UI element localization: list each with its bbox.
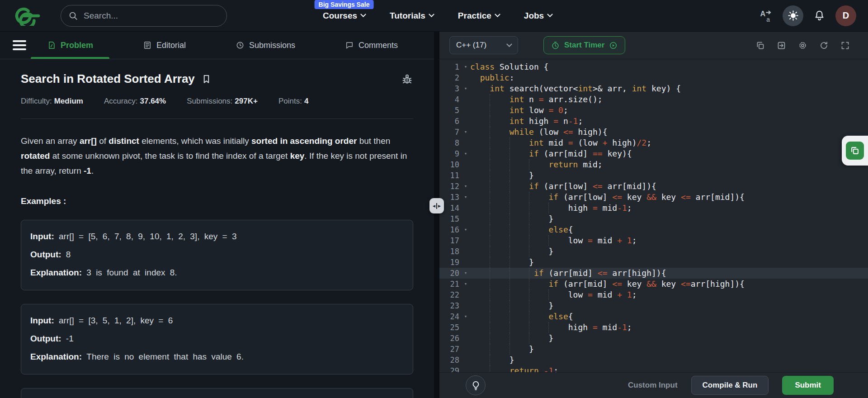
nav-item-jobs[interactable]: Jobs xyxy=(524,0,552,31)
nav-item-tutorials[interactable]: Tutorials xyxy=(390,0,434,31)
indent-guide xyxy=(548,203,549,213)
timer-clock-icon xyxy=(551,41,560,50)
start-timer-button[interactable]: Start Timer xyxy=(543,36,625,54)
splitter-handle-icon[interactable]: ◂▸ xyxy=(429,198,444,213)
fold-arrow-icon[interactable]: ▾ xyxy=(461,83,470,94)
tab-comments[interactable]: Comments xyxy=(345,32,398,59)
code-text: int search(vector<int>& arr, int key) { xyxy=(470,83,868,94)
search-input[interactable] xyxy=(84,11,219,21)
settings-gear-icon[interactable] xyxy=(798,41,807,50)
problem-content[interactable]: Search in Rotated Sorted Array Difficult… xyxy=(0,59,434,398)
report-bug-icon[interactable] xyxy=(401,73,413,85)
line-number: 26 xyxy=(439,333,461,344)
indent-guide xyxy=(529,192,529,203)
indent-guide xyxy=(509,181,510,192)
example-label: Input: xyxy=(30,316,59,325)
indent-guide xyxy=(490,344,490,355)
chevron-down-icon xyxy=(495,11,500,17)
code-text: } xyxy=(470,170,868,181)
fold-arrow-icon[interactable]: ▾ xyxy=(461,279,470,289)
code-line: 27 } xyxy=(439,344,868,355)
line-number: 21 xyxy=(439,279,461,289)
code-text: int mid = (low + high)/2; xyxy=(470,137,868,148)
search-box[interactable] xyxy=(61,5,227,27)
fold-arrow-icon[interactable]: ▾ xyxy=(461,192,470,203)
floating-widget[interactable] xyxy=(842,136,868,166)
sun-icon xyxy=(788,10,799,21)
fold-arrow-icon[interactable]: ▾ xyxy=(461,311,470,322)
compile-run-button[interactable]: Compile & Run xyxy=(691,376,769,395)
chevron-down-icon xyxy=(429,11,434,17)
hint-lightbulb-button[interactable] xyxy=(466,375,486,395)
fold-spacer xyxy=(461,137,470,148)
theme-toggle[interactable] xyxy=(783,5,803,26)
example-label: Input: xyxy=(30,232,59,241)
title-row: Search in Rotated Sorted Array xyxy=(21,72,413,86)
line-number: 11 xyxy=(439,170,461,181)
avatar[interactable]: D xyxy=(835,5,856,26)
translate-icon[interactable]: A a xyxy=(759,9,773,23)
indent-guide xyxy=(490,148,490,159)
chevron-down-icon xyxy=(360,11,366,17)
indent-guide xyxy=(490,127,490,137)
reset-code-icon[interactable] xyxy=(819,41,829,50)
submit-button[interactable]: Submit xyxy=(782,376,834,395)
example-box: Input: arr[] = [33, 42, 72, 99], key = 4… xyxy=(21,388,413,398)
fold-arrow-icon[interactable]: ▾ xyxy=(461,62,470,72)
fold-arrow-icon[interactable]: ▾ xyxy=(461,268,470,279)
hamburger-menu-icon[interactable] xyxy=(13,40,26,50)
fold-arrow-icon[interactable]: ▾ xyxy=(461,181,470,192)
code-line: 4 int n = arr.size(); xyxy=(439,94,868,105)
notifications-bell-icon[interactable] xyxy=(813,9,826,22)
indent-guide xyxy=(548,322,549,333)
custom-input-link[interactable]: Custom Input xyxy=(628,381,678,390)
timer-play-icon xyxy=(609,41,618,50)
tab-problem[interactable]: Problem xyxy=(47,32,93,59)
language-value: C++ (17) xyxy=(456,41,486,50)
export-code-icon[interactable] xyxy=(777,41,786,50)
bookmark-icon[interactable] xyxy=(201,74,212,84)
geeksforgeeks-logo[interactable] xyxy=(14,6,49,26)
chevron-down-icon xyxy=(547,11,553,17)
line-number: 1 xyxy=(439,62,461,72)
code-line: 17 low = mid + 1; xyxy=(439,235,868,246)
code-text: } xyxy=(470,344,868,355)
tab-submissions[interactable]: Submissions xyxy=(236,32,295,59)
example-label: Explanation: xyxy=(30,352,86,361)
meta-item: Accuracy:37.64% xyxy=(104,97,166,106)
indent-guide xyxy=(509,257,510,268)
fold-spacer xyxy=(461,246,470,257)
code-line: 10 return mid; xyxy=(439,159,868,170)
indent-guide xyxy=(548,289,549,300)
indent-guide xyxy=(509,159,510,170)
fold-arrow-icon[interactable]: ▾ xyxy=(461,148,470,159)
fold-arrow-icon[interactable]: ▾ xyxy=(461,224,470,235)
code-text: if (arr[low] <= arr[mid]){ xyxy=(470,181,868,192)
code-text: if (arr[mid] == key){ xyxy=(470,148,868,159)
copy-code-icon[interactable] xyxy=(755,41,765,50)
example-text: 8 xyxy=(66,250,71,259)
panel-splitter[interactable]: ◂▸ xyxy=(434,32,439,398)
indent-guide xyxy=(529,279,529,289)
problem-description: Given an array arr[] of distinct element… xyxy=(21,133,413,178)
code-text: else{ xyxy=(470,311,868,322)
code-editor[interactable]: 1▾class Solution {2 public:3▾ int search… xyxy=(439,59,868,372)
indent-guide xyxy=(490,159,490,170)
fold-spacer xyxy=(461,344,470,355)
code-line: 20▾ if (arr[mid] <= arr[high]){ xyxy=(439,268,868,279)
nav-menu: Big Savings SaleCoursesTutorialsPractice… xyxy=(323,0,552,31)
code-text: if (arr[mid] <= key && key <=arr[high]){ xyxy=(470,279,868,289)
problem-title: Search in Rotated Sorted Array xyxy=(21,72,195,86)
example-row: Explanation: There is no element that ha… xyxy=(30,350,404,364)
meta-value: 4 xyxy=(304,97,308,105)
nav-item-courses[interactable]: Big Savings SaleCourses xyxy=(323,0,365,31)
indent-guide xyxy=(509,344,510,355)
line-number: 29 xyxy=(439,365,461,372)
language-select[interactable]: C++ (17) xyxy=(449,36,518,54)
tab-editorial[interactable]: Editorial xyxy=(143,32,186,59)
fold-arrow-icon[interactable]: ▾ xyxy=(461,127,470,137)
fullscreen-icon[interactable] xyxy=(840,41,850,50)
nav-item-practice[interactable]: Practice xyxy=(458,0,500,31)
line-number: 27 xyxy=(439,344,461,355)
code-text: } xyxy=(470,355,868,365)
